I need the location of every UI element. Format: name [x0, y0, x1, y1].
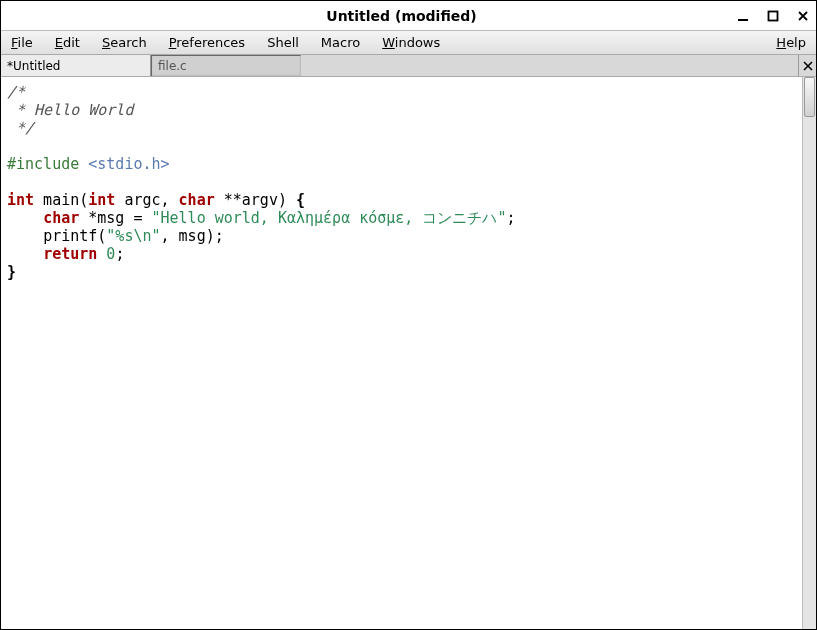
svg-rect-1 — [769, 11, 778, 20]
code-text: **argv) — [215, 191, 296, 209]
code-text: #include — [7, 155, 88, 173]
close-icon — [803, 61, 813, 71]
code-text: printf( — [43, 227, 106, 245]
close-button[interactable] — [796, 9, 810, 23]
code-text: "%s\n" — [106, 227, 160, 245]
menu-shell[interactable]: Shell — [263, 33, 303, 52]
code-text: main( — [34, 191, 88, 209]
tab-file-c[interactable]: file.c — [151, 55, 301, 76]
tabbar: *Untitled file.c — [1, 55, 816, 77]
code-text: int — [88, 191, 115, 209]
code-text: argc, — [115, 191, 178, 209]
menu-help[interactable]: Help — [772, 33, 810, 52]
tab-spacer — [301, 55, 798, 76]
code-text: } — [7, 263, 16, 281]
window-frame: Untitled (modified) File Edit Search Pre… — [0, 0, 817, 630]
minimize-icon — [737, 10, 749, 22]
scrollbar-thumb[interactable] — [804, 77, 815, 117]
code-text: , msg); — [161, 227, 224, 245]
menu-windows[interactable]: Windows — [378, 33, 444, 52]
window-controls — [736, 9, 810, 23]
code-text: "Hello world, Καλημέρα κόσμε, コンニチハ" — [152, 209, 507, 227]
code-text: /* — [7, 83, 25, 101]
code-text: char — [179, 191, 215, 209]
menu-macro[interactable]: Macro — [317, 33, 364, 52]
code-text: return — [43, 245, 97, 263]
code-text — [7, 227, 43, 245]
code-text: */ — [7, 119, 34, 137]
menu-search[interactable]: Search — [98, 33, 151, 52]
code-text — [7, 245, 43, 263]
maximize-icon — [767, 10, 779, 22]
window-title: Untitled (modified) — [67, 8, 736, 24]
tab-close-button[interactable] — [798, 55, 816, 76]
code-text: ; — [115, 245, 124, 263]
code-text: int — [7, 191, 34, 209]
svg-rect-0 — [738, 19, 748, 21]
vertical-scrollbar[interactable] — [802, 77, 816, 629]
code-editor[interactable]: /* * Hello World */ #include <stdio.h> i… — [1, 77, 802, 629]
maximize-button[interactable] — [766, 9, 780, 23]
tab-untitled[interactable]: *Untitled — [1, 55, 151, 76]
close-icon — [797, 10, 809, 22]
editor-area: /* * Hello World */ #include <stdio.h> i… — [1, 77, 816, 629]
code-text — [7, 209, 43, 227]
menu-edit[interactable]: Edit — [51, 33, 84, 52]
tab-label: *Untitled — [7, 59, 60, 73]
code-text: *msg = — [79, 209, 151, 227]
code-text: char — [43, 209, 79, 227]
minimize-button[interactable] — [736, 9, 750, 23]
titlebar: Untitled (modified) — [1, 1, 816, 31]
tab-label: file.c — [158, 59, 187, 73]
menu-preferences[interactable]: Preferences — [165, 33, 249, 52]
code-text: * Hello World — [7, 101, 133, 119]
code-text: { — [296, 191, 305, 209]
code-text: ; — [506, 209, 515, 227]
code-text — [97, 245, 106, 263]
menubar: File Edit Search Preferences Shell Macro… — [1, 31, 816, 55]
menu-file[interactable]: File — [7, 33, 37, 52]
code-text: <stdio.h> — [88, 155, 169, 173]
